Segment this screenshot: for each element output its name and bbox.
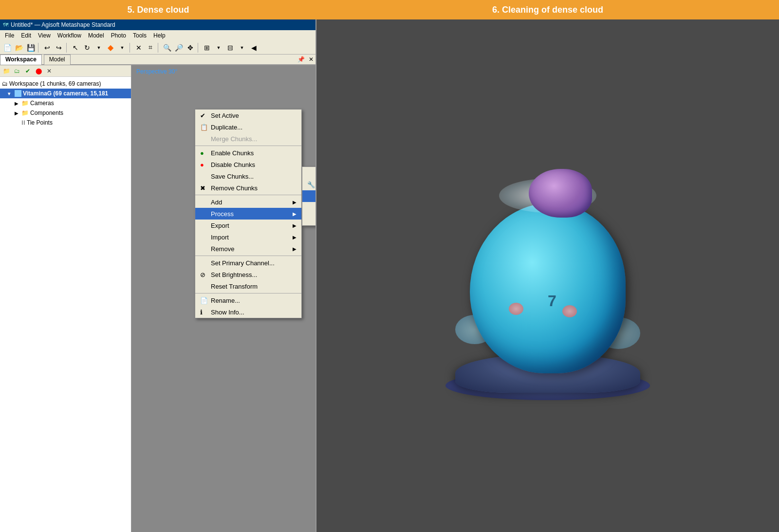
redo-button[interactable]: ↪ [54,42,64,53]
ws-btn-disable[interactable]: ⬤ [34,67,43,75]
new-button[interactable]: 📄 [2,42,13,53]
sub-build-dense-cloud[interactable]: Build Dense Cloud... [302,190,315,202]
view-dropdown[interactable]: ⊟ [225,42,236,53]
delete-button[interactable]: ✕ [133,42,144,53]
ctx-set-active[interactable]: ✔ Set Active [195,110,301,121]
chunk-icon [15,90,21,97]
save-button[interactable]: 💾 [25,42,36,53]
undo-button[interactable]: ↩ [42,42,53,53]
tab-workspace[interactable]: Workspace [0,55,42,65]
ws-btn-1[interactable]: 📁 [2,67,11,75]
sub-build-mesh[interactable]: Build Mesh... [302,202,315,214]
info-icon: ℹ [200,309,209,316]
components-arrow: ▶ [15,110,21,116]
zoom-in-button[interactable]: 🔍 [162,42,172,53]
menu-view[interactable]: View [35,31,54,40]
dock-button[interactable]: 📌 [296,55,307,65]
add-arrow-icon: ▶ [293,200,297,205]
menu-workflow[interactable]: Workflow [55,31,84,40]
cameras-folder-icon: 📁 [21,100,29,107]
ctx-remove[interactable]: Remove ▶ [195,243,301,255]
toolbar-sep-2 [66,43,68,53]
process-arrow-icon: ▶ [293,211,297,217]
cameras-label: Cameras [30,100,54,107]
ctx-process[interactable]: Process ▶ [195,208,301,220]
crop-button[interactable]: ⌗ [145,42,156,53]
red-circle-icon: ● [200,161,209,168]
toolbar-sep-5 [198,43,200,53]
ctx-show-info[interactable]: ℹ Show Info... [195,306,301,318]
ctx-sep-3 [195,256,301,256]
tree-workspace-root[interactable]: 🗂 Workspace (1 chunks, 69 cameras) [0,79,131,89]
ctx-set-primary[interactable]: Set Primary Channel... [195,257,301,269]
app-icon: 🗺 [3,22,8,28]
ctx-reset-transform[interactable]: Reset Transform [195,280,301,292]
components-label: Components [30,110,63,116]
close-panel-button[interactable]: ✕ [307,55,315,65]
menu-file[interactable]: File [2,31,17,40]
ctx-sep-1 [195,146,301,146]
ctx-sep-4 [195,293,301,294]
chunk-name: VitaminaG (69 cameras, 15,181 [23,90,108,97]
ws-btn-enable[interactable]: ✔ [23,67,32,75]
menu-edit[interactable]: Edit [18,31,34,40]
ctx-remove-chunks[interactable]: ✖ Remove Chunks [195,182,301,194]
x-icon: ✖ [200,184,209,192]
ctx-import[interactable]: Import ▶ [195,231,301,243]
rotate-dropdown[interactable]: ▼ [93,42,104,53]
workspace-toolbar: 📁 🗂 ✔ ⬤ ✕ [0,65,131,77]
ctx-disable-chunks[interactable]: ● Disable Chunks [195,159,301,170]
sub-optimize-cameras[interactable]: 🔧 Optimize Cameras... [302,179,315,190]
select-button[interactable]: ↖ [70,42,81,53]
perspective-label: Perspective 30° [136,68,177,75]
ctx-rename[interactable]: 📄 Rename... [195,294,301,306]
ws-btn-2[interactable]: 🗂 [13,67,21,75]
ctx-enable-chunks[interactable]: ● Enable Chunks [195,147,301,159]
workspace-info: Workspace (1 chunks, 69 cameras) [9,80,101,87]
tree-chunk[interactable]: ▾ VitaminaG (69 cameras, 15,181 [0,89,131,98]
banner-left: 5. Dense cloud [0,0,316,19]
menu-bar: File Edit View Workflow Model Photo Tool… [0,30,315,41]
ctx-add[interactable]: Add ▶ [195,196,301,208]
chevron-button[interactable]: ◀ [248,42,259,53]
face-dot-right [562,305,577,317]
ctx-duplicate[interactable]: 📋 Duplicate... [195,121,301,133]
open-button[interactable]: 📂 [14,42,24,53]
tree-components[interactable]: ▶ 📁 Components [0,108,131,118]
pan-button[interactable]: ✥ [185,42,196,53]
grid-button[interactable]: ⊞ [202,42,212,53]
view-dropdown2[interactable]: ▼ [237,42,247,53]
zoom-out-button[interactable]: 🔎 [173,42,184,53]
menu-photo[interactable]: Photo [108,31,129,40]
toolbar-sep-4 [158,43,160,53]
move-dropdown[interactable]: ▼ [117,42,128,53]
ctx-export[interactable]: Export ▶ [195,220,301,231]
components-folder-icon: 📁 [21,110,29,116]
title-bar: 🗺 Untitled* — Agisoft Metashape Standard [0,19,315,30]
ctx-merge-chunks: Merge Chunks... [195,133,301,145]
menu-tools[interactable]: Tools [130,31,149,40]
face-dot-left [509,303,523,315]
green-circle-icon: ● [200,149,209,157]
tree-tiepoints[interactable]: ⁞⁞ Tie Points [0,118,131,128]
cameras-arrow: ▶ [15,101,21,106]
face-number: 7 [548,292,556,310]
panel-tabs: Workspace Model 📌 ✕ [0,55,315,65]
render-side: 7 [316,19,779,532]
creature-hat [529,169,592,218]
menu-help[interactable]: Help [150,31,168,40]
menu-model[interactable]: Model [85,31,107,40]
ctx-set-brightness[interactable]: ⊘ Set Brightness... [195,269,301,280]
tree-cameras[interactable]: ▶ 📁 Cameras [0,98,131,108]
move-button[interactable]: ◆ [105,42,116,53]
rotate-button[interactable]: ↻ [82,42,93,53]
workspace-icon: 🗂 [2,80,8,87]
tab-model[interactable]: Model [44,55,71,65]
sub-align-photos[interactable]: Align Photos... [302,167,315,179]
grid-dropdown[interactable]: ▼ [213,42,224,53]
duplicate-icon: 📋 [200,124,209,131]
ctx-save-chunks[interactable]: Save Chunks... [195,170,301,182]
rename-icon: 📄 [200,297,209,304]
export-arrow-icon: ▶ [293,223,297,228]
ws-btn-remove[interactable]: ✕ [45,67,54,75]
